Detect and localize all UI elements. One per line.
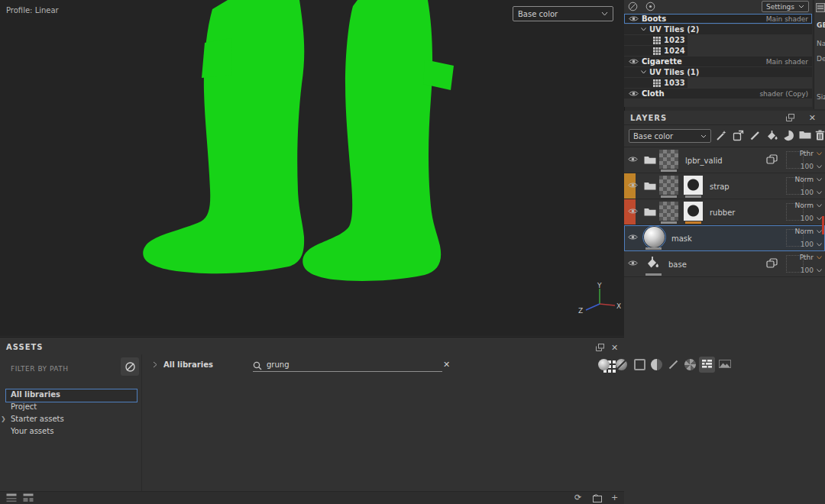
layer-thumbnail[interactable]: [659, 202, 678, 221]
texture-set-row-1033[interactable]: 1033: [624, 78, 688, 88]
fill-thumbnail[interactable]: [645, 256, 660, 270]
smart-masks-filter-icon[interactable]: [634, 359, 645, 370]
environments-filter-icon[interactable]: [719, 359, 730, 370]
opacity-select[interactable]: 100: [801, 241, 822, 248]
layer-row-lpbr_valid[interactable]: lpbr_validPthr100: [624, 147, 825, 173]
layer-row-base[interactable]: basePthr100: [624, 251, 825, 277]
import-resource-icon[interactable]: [593, 493, 602, 502]
shader-label[interactable]: shader (Copy): [759, 90, 808, 98]
layer-row-rubber[interactable]: rubberNorm100: [624, 199, 825, 225]
sidebar-item-starter-assets[interactable]: ❯Starter assets: [6, 414, 137, 426]
strip-size-label: Size: [817, 93, 825, 101]
layer-row-mask[interactable]: maskNorm100: [624, 225, 825, 251]
blend-mode-select[interactable]: Norm: [794, 176, 822, 183]
collapse-chevron-icon[interactable]: [641, 70, 646, 74]
expand-chevron-icon[interactable]: ❯: [1, 415, 6, 422]
textures-filter-icon[interactable]: [699, 357, 715, 373]
undock-icon[interactable]: [596, 344, 604, 351]
blend-mode-value: Pthr: [800, 254, 814, 261]
opacity-select[interactable]: 100: [801, 267, 822, 274]
mask-thumbnail[interactable]: [684, 176, 703, 195]
sidebar-item-all-libraries[interactable]: All libraries: [6, 389, 137, 402]
materials-filter-icon[interactable]: [598, 359, 610, 370]
viewer-settings-icon[interactable]: [628, 2, 639, 11]
collapse-chevron-icon[interactable]: [641, 27, 646, 31]
sidebar-item-your-assets[interactable]: Your assets: [6, 426, 137, 438]
paint-layer-icon[interactable]: [749, 130, 762, 142]
filters-filter-icon[interactable]: [651, 359, 662, 370]
visibility-eye-icon[interactable]: [628, 156, 638, 163]
viewport-3d[interactable]: Profile: Linear Base color Y X Z: [0, 0, 625, 336]
visibility-eye-icon[interactable]: [629, 58, 639, 65]
shader-label[interactable]: Main shader: [766, 58, 808, 66]
search-input[interactable]: [253, 359, 442, 372]
blend-mode-select[interactable]: Norm: [794, 228, 822, 235]
library-view-icon[interactable]: [6, 493, 18, 503]
layers-channel-select[interactable]: Base color: [629, 129, 711, 143]
visibility-eye-icon[interactable]: [628, 208, 638, 215]
settings-dropdown[interactable]: Settings: [762, 1, 809, 12]
undock-icon[interactable]: [786, 114, 794, 121]
chevron-right-icon: [153, 361, 157, 368]
viewport-channel-select[interactable]: Base color: [513, 6, 613, 21]
opacity-select[interactable]: 100: [801, 215, 822, 222]
smart-material-icon[interactable]: [733, 130, 745, 142]
layer-row-strap[interactable]: strapNorm100: [624, 173, 825, 199]
blend-mode-value: Norm: [794, 202, 814, 209]
mask-thumbnail[interactable]: [684, 202, 703, 221]
smart-materials-filter-icon[interactable]: [616, 359, 627, 370]
texture-set-row-cloth[interactable]: Clothshader (Copy): [624, 89, 812, 99]
folder-icon: [644, 207, 656, 216]
close-icon[interactable]: ✕: [611, 343, 618, 353]
visibility-eye-icon[interactable]: [628, 234, 638, 241]
assets-panel: ASSETS ✕ FILTER BY PATH All libraries Pr…: [0, 337, 624, 504]
axis-z-label: Z: [578, 307, 583, 315]
texture-set-row-1023[interactable]: 1023: [624, 35, 688, 45]
layer-list: lpbr_validPthr100strapNorm100rubberNorm1…: [624, 147, 825, 277]
sidebar-item-project[interactable]: Project: [6, 402, 137, 414]
texture-set-row-boots[interactable]: BootsMain shader: [624, 14, 812, 24]
shader-label[interactable]: Main shader: [766, 15, 808, 23]
material-thumbnail[interactable]: [644, 227, 665, 247]
chevron-down-icon: [798, 5, 804, 8]
effect-icon[interactable]: [783, 130, 795, 142]
folder-icon: [644, 155, 656, 164]
blend-mode-select[interactable]: Pthr: [800, 150, 822, 157]
texture-set-row-cigarette[interactable]: CigaretteMain shader: [624, 57, 812, 66]
opacity-select[interactable]: 100: [801, 163, 822, 170]
boots-mesh-mask[interactable]: [0, 0, 624, 336]
layer-thumbnail[interactable]: [659, 150, 678, 169]
visibility-eye-icon[interactable]: [629, 90, 639, 97]
layers-panel: LAYERS ✕ Base color: [624, 111, 825, 504]
layer-name: lpbr_valid: [685, 157, 723, 165]
group-folder-icon[interactable]: [799, 130, 811, 142]
filter-path-disabled-icon[interactable]: [121, 357, 139, 376]
add-icon[interactable]: +: [611, 493, 618, 502]
fill-layer-icon[interactable]: [765, 130, 778, 142]
scroll-marker: [822, 216, 824, 234]
blend-mode-value: Norm: [794, 228, 814, 235]
brushes-filter-icon[interactable]: [668, 359, 679, 370]
visibility-eye-icon[interactable]: [628, 182, 638, 189]
texture-set-row-uv-tiles-1-[interactable]: UV Tiles (1): [624, 67, 812, 77]
properties-strip: GE Nam Des Size: [814, 0, 825, 109]
close-icon[interactable]: ✕: [809, 113, 816, 123]
opacity-value: 100: [801, 189, 814, 196]
blend-mode-select[interactable]: Pthr: [800, 254, 822, 261]
add-effect-wand-icon[interactable]: [716, 130, 728, 142]
visibility-eye-icon[interactable]: [629, 15, 639, 22]
clear-search-icon[interactable]: ✕: [443, 360, 450, 370]
texture-set-row-uv-tiles-2-[interactable]: UV Tiles (2): [624, 24, 812, 34]
texture-set-settings-icon[interactable]: [816, 3, 825, 12]
display-settings-icon[interactable]: [645, 2, 656, 11]
layer-thumbnail[interactable]: [659, 176, 678, 195]
visibility-eye-icon[interactable]: [628, 260, 638, 267]
delete-trash-icon[interactable]: [815, 130, 825, 142]
library-panel-icon[interactable]: [23, 493, 34, 503]
texture-set-row-1024[interactable]: 1024: [624, 46, 688, 56]
refresh-icon[interactable]: ⟳: [574, 493, 581, 502]
breadcrumb[interactable]: All libraries: [153, 360, 213, 369]
opacity-select[interactable]: 100: [801, 189, 822, 196]
blend-mode-select[interactable]: Norm: [794, 202, 822, 209]
procedurals-filter-icon[interactable]: [684, 359, 696, 370]
